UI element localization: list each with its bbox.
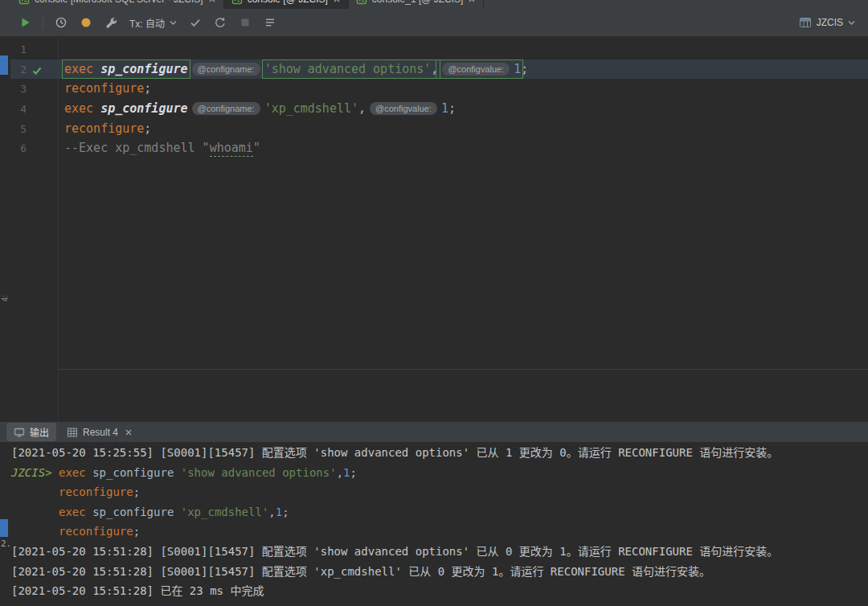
code-token: exec [59, 506, 92, 518]
code-text: exec sp_configure@configname:'show advan… [58, 59, 528, 80]
amber-circle-icon [80, 16, 92, 29]
stop-icon [239, 16, 252, 29]
code-line[interactable]: 6--Exec xp_cmdshell "whoami" [10, 138, 868, 158]
code-text: reconfigure; [58, 79, 151, 99]
code-line[interactable]: 5reconfigure; [10, 119, 868, 139]
close-icon[interactable] [468, 0, 476, 3]
tx-mode-select[interactable]: Tx: 自动 [129, 16, 177, 30]
code-token: ; [350, 466, 357, 479]
editor-area[interactable]: 12exec sp_configure@configname:'show adv… [0, 38, 868, 421]
parameter-hint: @configvalue: [442, 63, 510, 76]
tab-output[interactable]: 输出 [6, 423, 56, 441]
stripe-label-4[interactable]: 4: [1, 295, 10, 301]
code-line[interactable]: 3reconfigure; [10, 79, 868, 99]
close-icon[interactable] [333, 0, 341, 3]
gutter-cell: 3 [10, 83, 58, 95]
code-token: reconfigure [64, 81, 144, 96]
tab-console-1[interactable]: console_1 [@ JZCIS] [349, 0, 485, 9]
tab-label: console [Microsoft SQL Server - JZCIS] [35, 0, 203, 5]
tab-console[interactable]: console [Microsoft SQL Server - JZCIS] [11, 0, 224, 9]
code-token: sp_configure [92, 466, 181, 479]
output-line: exec sp_configure 'xp_cmdshell',1; [11, 502, 868, 522]
parameter-hint: @configname: [192, 63, 260, 76]
panel-tab-label: Result 4 [83, 427, 118, 438]
executed-statement-frame: exec sp_configure [64, 62, 188, 76]
code-token: ; [133, 485, 140, 498]
gutter-marker [32, 104, 43, 113]
code-line[interactable]: 1 [10, 39, 868, 59]
app-window: console [Microsoft SQL Server - JZCIS] c… [0, 0, 868, 606]
code-line[interactable]: 2exec sp_configure@configname:'show adva… [10, 59, 868, 80]
commit-button[interactable] [185, 13, 206, 32]
code-token: reconfigure [64, 121, 144, 136]
output-line: [2021-05-20 15:51:28] 已在 23 ms 中完成 [11, 581, 868, 601]
run-button[interactable] [14, 13, 35, 32]
console-icon [356, 0, 367, 5]
code-token: JZCIS> [11, 466, 59, 479]
rollback-button[interactable] [210, 13, 231, 32]
code-token: ; [448, 101, 456, 116]
code-token: 1 [343, 466, 350, 479]
settings-button[interactable] [100, 13, 121, 32]
console-toolbar: Tx: 自动 [0, 9, 868, 37]
code-text: exec sp_configure@configname:'xp_cmdshel… [58, 99, 456, 119]
list-icon [264, 16, 276, 29]
console-output[interactable]: [2021-05-20 15:25:55] [S0001][15457] 配置选… [0, 443, 868, 606]
code-text: --Exec xp_cmdshell "whoami" [58, 138, 260, 158]
line-number: 5 [10, 123, 27, 135]
tab-label: console_1 [@ JZCIS] [372, 0, 464, 5]
code-token: sp_configure [92, 506, 181, 518]
query-history-button[interactable] [51, 13, 72, 32]
console-icon [18, 0, 30, 5]
session-button[interactable] [76, 13, 96, 32]
code-token [11, 525, 59, 538]
code-token: ; [144, 81, 151, 96]
output-line: [2021-05-20 15:25:55] [S0001][15457] 配置选… [11, 443, 868, 463]
wrench-icon [104, 16, 117, 29]
editor-tabs: console [Microsoft SQL Server - JZCIS] c… [0, 0, 484, 9]
panel-tab-bar: 输出 Result 4 [0, 421, 868, 442]
gutter-marker [32, 84, 43, 94]
code-token: reconfigure [59, 525, 133, 538]
code-token: ; [144, 121, 151, 136]
output-line: [2021-05-20 15:51:28] [S0001][15457] 配置选… [11, 562, 868, 582]
editor-tab-bar: console [Microsoft SQL Server - JZCIS] c… [0, 0, 868, 9]
stripe-button-top[interactable] [0, 55, 8, 75]
close-icon[interactable] [208, 0, 216, 3]
view-options-button[interactable] [260, 13, 280, 32]
output-line: reconfigure; [11, 522, 868, 542]
close-icon[interactable] [125, 428, 133, 436]
code-token: ; [521, 62, 528, 76]
code-token: 1 [514, 62, 521, 76]
clock-icon [55, 16, 68, 29]
output-line: JZCIS> exec sp_configure 'show advanced … [11, 463, 868, 483]
stop-button[interactable] [235, 13, 256, 32]
tab-console-active[interactable]: console [@ JZCIS] [224, 0, 349, 9]
code-token: 1 [441, 101, 448, 116]
gutter-marker [32, 44, 43, 54]
code-token: reconfigure [59, 485, 133, 498]
table-icon [799, 16, 812, 29]
stripe-button-bottom[interactable] [0, 519, 8, 537]
editor-splitter[interactable] [58, 369, 868, 370]
output-line: reconfigure; [11, 482, 868, 502]
code-token: 'xp_cmdshell' [181, 506, 269, 518]
stripe-label-2[interactable]: 2. [1, 538, 11, 549]
rollback-icon [214, 16, 227, 29]
tool-window-stripe: 4: 2. [0, 38, 10, 606]
gutter-marker [32, 124, 43, 133]
output-line: [2021-05-20 15:51:28] [S0001][15457] 配置选… [11, 542, 868, 562]
code-line[interactable]: 4exec sp_configure@configname:'xp_cmdshe… [10, 99, 868, 119]
tab-label: console [@ JZCIS] [248, 0, 328, 5]
tab-result-4[interactable]: Result 4 [59, 424, 140, 440]
gutter-cell: 5 [10, 123, 58, 135]
database-name: JZCIS [817, 17, 843, 28]
monitor-icon [14, 427, 25, 438]
code-token: , [358, 101, 366, 116]
chevron-down-icon [848, 20, 855, 26]
line-number: 3 [10, 83, 27, 95]
code-token: [2021-05-20 15:51:28] [S0001][15457] 配置选… [11, 545, 778, 558]
database-selector[interactable]: JZCIS [799, 16, 858, 29]
code-token: " [253, 141, 260, 155]
executed-statement-frame: 'show advanced options', [264, 62, 439, 76]
